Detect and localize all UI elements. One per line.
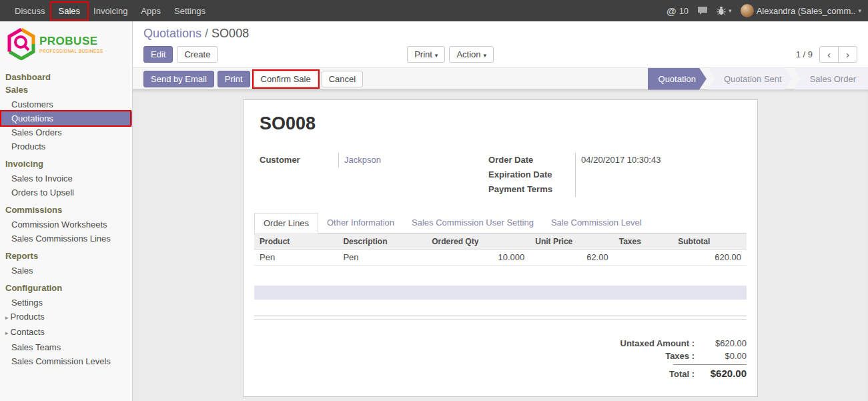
- menu-invoicing[interactable]: Invoicing: [87, 0, 134, 21]
- print-dropdown[interactable]: Print▾: [407, 46, 445, 63]
- column-header-description[interactable]: Description: [338, 234, 426, 250]
- taxes-total-label: Taxes :: [665, 351, 695, 361]
- cancel-button[interactable]: Cancel: [322, 71, 363, 87]
- logo-subtitle: PROFESSIONAL BUSINESS: [39, 49, 103, 53]
- sidebar-item-quotations[interactable]: Quotations: [0, 111, 132, 125]
- pager-previous-button[interactable]: ‹: [819, 46, 839, 63]
- action-dropdown[interactable]: Action▾: [449, 46, 494, 63]
- sidebar-section-sales[interactable]: Sales: [0, 85, 132, 97]
- cell-taxes: [614, 250, 673, 266]
- empty-line-strip[interactable]: [254, 286, 747, 300]
- print-button[interactable]: Print: [218, 71, 250, 87]
- cell-product[interactable]: Pen: [254, 250, 338, 266]
- sidebar-item-customers[interactable]: Customers: [0, 97, 132, 111]
- untaxed-amount-value: $620.00: [695, 338, 747, 348]
- breadcrumb-quotations-link[interactable]: Quotations: [143, 27, 201, 40]
- state-quotation-sent[interactable]: Quotation Sent: [708, 68, 793, 90]
- cell-subtotal: 620.00: [673, 250, 747, 266]
- column-header-product[interactable]: Product: [254, 234, 338, 250]
- tab-sales-commission-user-setting[interactable]: Sales Commission User Setting: [403, 213, 542, 234]
- sidebar-item-label: Contacts: [11, 327, 45, 337]
- menu-settings[interactable]: Settings: [167, 0, 212, 21]
- sidebar-item-products[interactable]: Products: [0, 139, 132, 153]
- sidebar-section-commissions[interactable]: Commissions: [0, 205, 132, 218]
- sidebar-item-orders-to-upsell[interactable]: Orders to Upsell: [0, 185, 132, 199]
- column-header-ordered-qty[interactable]: Ordered Qty: [426, 234, 530, 250]
- notebook-tabs: Order Lines Other Information Sales Comm…: [254, 213, 747, 234]
- state-quotation[interactable]: Quotation: [648, 68, 707, 90]
- horizontal-separator: [254, 316, 747, 320]
- caret-down-icon: ▾: [484, 52, 487, 59]
- order-date-label: Order Date: [488, 153, 575, 165]
- bug-icon: [717, 6, 726, 15]
- avatar: [741, 4, 754, 17]
- expiration-date-value: [575, 167, 747, 182]
- customer-value-link[interactable]: Jackpson: [338, 153, 488, 167]
- send-by-email-button[interactable]: Send by Email: [143, 71, 214, 87]
- logo-title: PROBUSE: [39, 35, 103, 48]
- breadcrumb-current: SO008: [211, 27, 249, 40]
- app-menus: Discuss Sales Invoicing Apps Settings: [8, 0, 212, 21]
- pager-next-button[interactable]: ›: [838, 46, 857, 63]
- expand-icon: ▸: [5, 314, 9, 321]
- sidebar-item-sales-teams[interactable]: Sales Teams: [0, 340, 132, 354]
- caret-down-icon: ▾: [729, 8, 732, 14]
- tab-other-information[interactable]: Other Information: [318, 213, 403, 234]
- tab-sale-commission-level[interactable]: Sale Commission Level: [542, 213, 650, 234]
- document-title: SO008: [260, 113, 747, 134]
- menu-apps[interactable]: Apps: [134, 0, 167, 21]
- probuse-logo-icon: [7, 28, 36, 60]
- total-value: $620.00: [695, 368, 747, 379]
- state-sales-order[interactable]: Sales Order: [794, 68, 868, 90]
- sidebar-item-config-products[interactable]: ▸Products: [0, 310, 132, 325]
- sidebar-item-settings[interactable]: Settings: [0, 296, 132, 310]
- sidebar-section-invoicing[interactable]: Invoicing: [0, 159, 132, 171]
- menu-sales[interactable]: Sales: [52, 0, 87, 21]
- create-button[interactable]: Create: [177, 46, 218, 63]
- breadcrumb-separator: /: [205, 27, 208, 40]
- form-background: SO008 Customer Jackpson Order Date 04/20…: [133, 90, 868, 401]
- sidebar-item-sales-report[interactable]: Sales: [0, 264, 132, 278]
- expiration-date-label: Expiration Date: [488, 167, 575, 179]
- activity-icon: @: [667, 6, 677, 16]
- sidebar-item-sales-commission-levels[interactable]: Sales Commission Levels: [0, 354, 132, 368]
- sidebar-item-label: Quotations: [11, 113, 53, 123]
- user-menu[interactable]: Alexandra (Sales_comm.. ▾: [741, 4, 861, 17]
- sidebar-section-dashboard[interactable]: Dashboard: [0, 72, 132, 85]
- menu-discuss[interactable]: Discuss: [8, 0, 52, 21]
- column-header-unit-price[interactable]: Unit Price: [530, 234, 613, 250]
- print-dropdown-label: Print: [414, 49, 432, 59]
- payment-terms-value: [575, 182, 747, 197]
- column-header-subtotal[interactable]: Subtotal: [673, 234, 747, 250]
- sidebar-item-config-contacts[interactable]: ▸Contacts: [0, 325, 132, 340]
- tab-order-lines[interactable]: Order Lines: [254, 213, 318, 234]
- sidebar-item-commission-worksheets[interactable]: Commission Worksheets: [0, 218, 132, 232]
- order-date-value: 04/20/2017 10:30:43: [575, 153, 747, 167]
- pager: 1 / 9 ‹ ›: [796, 46, 857, 63]
- order-line-row[interactable]: Pen Pen 10.000 62.00 620.00: [254, 250, 747, 266]
- order-lines-table: Product Description Ordered Qty Unit Pri…: [254, 234, 747, 266]
- sidebar-section-reports[interactable]: Reports: [0, 251, 132, 264]
- user-name: Alexandra (Sales_comm..: [757, 6, 856, 16]
- expand-icon: ▸: [5, 330, 9, 336]
- payment-terms-label: Payment Terms: [488, 182, 575, 194]
- sidebar-item-sales-to-invoice[interactable]: Sales to Invoice: [0, 171, 132, 185]
- total-separator-line: [673, 364, 747, 365]
- sidebar-nav: Dashboard Sales Customers Quotations Sal…: [0, 64, 132, 368]
- control-panel: Quotations / SO008 Edit Create Print▾ Ac…: [133, 21, 868, 67]
- messages-menu[interactable]: [697, 6, 708, 15]
- column-header-taxes[interactable]: Taxes: [614, 234, 673, 250]
- customer-label: Customer: [260, 153, 338, 165]
- confirm-sale-button[interactable]: Confirm Sale: [254, 71, 318, 87]
- sidebar-item-sales-commissions-lines[interactable]: Sales Commissions Lines: [0, 232, 132, 246]
- activity-menu[interactable]: @ 10: [667, 6, 689, 16]
- top-navbar: Discuss Sales Invoicing Apps Settings @ …: [0, 0, 868, 21]
- sidebar-section-configuration[interactable]: Configuration: [0, 283, 132, 296]
- sidebar-item-label: Products: [11, 312, 45, 322]
- caret-down-icon: ▾: [435, 52, 438, 59]
- systray: @ 10 ▾ Alexandra (Sales_comm.. ▾: [667, 0, 861, 21]
- debug-menu[interactable]: ▾: [717, 6, 732, 15]
- pager-counter: 1 / 9: [796, 49, 813, 59]
- edit-button[interactable]: Edit: [143, 46, 173, 63]
- sidebar-item-sales-orders[interactable]: Sales Orders: [0, 125, 132, 139]
